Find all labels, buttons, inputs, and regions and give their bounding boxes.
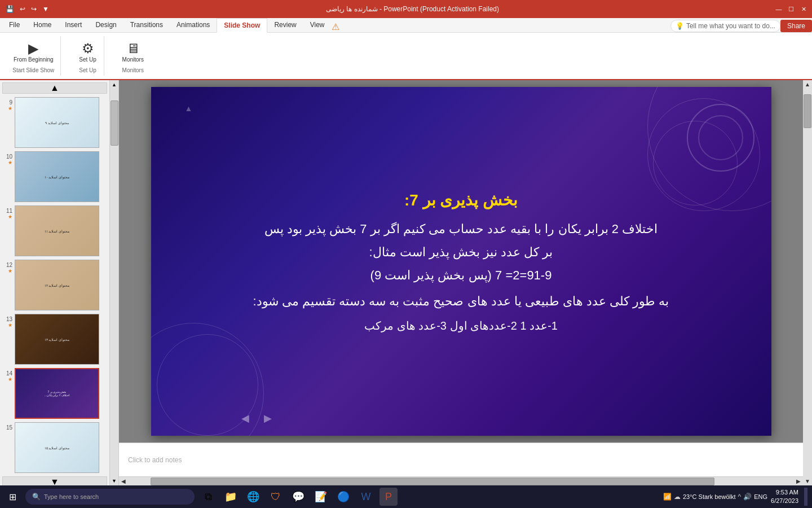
lang-indicator[interactable]: ENG xyxy=(754,493,767,500)
ribbon-section-start: ▶ From Beginning Start Slide Show xyxy=(7,36,61,76)
tab-file[interactable]: File xyxy=(2,17,27,32)
taskbar-powerpoint[interactable]: P xyxy=(379,488,398,506)
canvas-container: بخش پذیری بر 7: اختلاف 2 برابر یکان را ب… xyxy=(119,80,812,485)
start-button[interactable]: ⊞ xyxy=(5,489,21,505)
title-bar: 💾 ↩ ↪ ▼ شمارنده ها ریاضی - PowerPoint (P… xyxy=(0,0,812,18)
tab-slideshow[interactable]: Slide Show xyxy=(217,18,267,33)
taskbar-skype[interactable]: 💬 xyxy=(289,488,307,506)
panel-scroll-thumb[interactable] xyxy=(111,100,118,146)
play-icon: ▶ xyxy=(28,41,38,56)
undo-button[interactable]: ↩ xyxy=(19,5,27,13)
tab-animations[interactable]: Animations xyxy=(170,17,217,32)
thumb-img-14: بخش پذیری بر 7اختلاف ۲ برابر یکان... xyxy=(15,368,99,419)
redo-button[interactable]: ↪ xyxy=(30,5,38,13)
taskbar: ⊞ 🔍 ⧉ 📁 🌐 🛡 💬 📝 🔵 W P 📶 ☁ 23°C Stark bew… xyxy=(0,485,812,508)
taskbar-file-explorer[interactable]: 📁 xyxy=(222,488,240,506)
search-bar[interactable]: 🔍 xyxy=(25,489,195,505)
h-scroll-track[interactable] xyxy=(128,477,794,486)
panel-scroll-down[interactable]: ▼ xyxy=(2,476,107,485)
weather-icon[interactable]: ☁ xyxy=(674,493,681,501)
network-icon[interactable]: 📶 xyxy=(663,493,672,501)
panel-scroll-up-arrow[interactable]: ▲ xyxy=(110,80,118,89)
slide-thumb-10[interactable]: 10 ★ محتوای اسلاید ۱۰ xyxy=(2,150,107,203)
window-title: شمارنده ها ریاضی - PowerPoint (Product A… xyxy=(50,5,775,13)
arrow-deco-right: ▶ xyxy=(264,412,272,424)
ribbon: File Home Insert Design Transitions Anim… xyxy=(0,18,812,80)
save-button[interactable]: 💾 xyxy=(5,5,15,13)
star-icon-13: ★ xyxy=(8,322,12,328)
h-scroll-thumb[interactable] xyxy=(151,478,714,485)
taskbar-app-protect[interactable]: 🛡 xyxy=(267,488,285,506)
maximize-button[interactable]: ☐ xyxy=(787,5,795,13)
main-area: ▲ 9 ★ محتوای اسلاید ۹ 10 ★ محتوای اسلاید… xyxy=(0,80,812,485)
minimize-button[interactable]: — xyxy=(775,5,783,13)
tab-transitions[interactable]: Transitions xyxy=(123,17,170,32)
from-beginning-button[interactable]: ▶ From Beginning xyxy=(11,38,56,65)
h-scroll-right-arrow[interactable]: ▶ xyxy=(794,478,803,484)
slide-thumb-9[interactable]: 9 ★ محتوای اسلاید ۹ xyxy=(2,96,107,149)
taskbar-task-view[interactable]: ⧉ xyxy=(199,488,217,506)
h-scroll-left-arrow[interactable]: ◀ xyxy=(119,478,128,484)
taskbar-edge[interactable]: 🌐 xyxy=(244,488,262,506)
v-scroll-thumb[interactable] xyxy=(804,94,811,128)
v-scrollbar-right[interactable]: ▲ ▼ xyxy=(803,80,812,485)
slide-num-9: 9 xyxy=(3,99,12,106)
clock-date: 6/27/2023 xyxy=(771,497,798,505)
taskbar-word[interactable]: W xyxy=(357,488,375,506)
show-desktop-button[interactable] xyxy=(804,488,807,506)
slide-num-12: 12 xyxy=(3,262,12,268)
slide-text: بخش پذیری بر 7: اختلاف 2 برابر یکان را ب… xyxy=(166,187,756,335)
monitors-button[interactable]: 🖥 Monitors xyxy=(120,38,146,65)
gear-deco xyxy=(687,104,754,172)
customize-button[interactable]: ▼ xyxy=(41,5,50,13)
section-start-label: Start Slide Show xyxy=(12,67,54,73)
slide-line-6: 1-عدد 1 2-عددهای اول 3-عدد های مرکب xyxy=(166,317,756,336)
slide-thumb-14[interactable]: 14 ★ بخش پذیری بر 7اختلاف ۲ برابر یکان..… xyxy=(2,367,107,420)
tab-view[interactable]: View xyxy=(303,17,332,32)
share-button[interactable]: Share xyxy=(780,20,812,32)
from-beginning-label: From Beginning xyxy=(14,56,54,63)
star-icon-9: ★ xyxy=(8,106,12,111)
setup-button[interactable]: ⚙ Set Up xyxy=(77,38,99,65)
arrow-deco-top: ▲ xyxy=(185,104,193,113)
thumb-img-13: محتوای اسلاید ۱۳ xyxy=(15,314,99,365)
panel-scroll-up[interactable]: ▲ xyxy=(2,82,107,94)
ribbon-tabs: File Home Insert Design Transitions Anim… xyxy=(0,18,812,33)
slide-num-15: 15 xyxy=(3,424,12,431)
slide-thumb-11[interactable]: 11 ★ محتوای اسلاید ۱۱ xyxy=(2,204,107,257)
taskbar-green-app[interactable]: 📝 xyxy=(312,488,330,506)
slide-line-2: اختلاف 2 برابر یکان را با بقیه عدد حساب … xyxy=(166,218,756,239)
tab-home[interactable]: Home xyxy=(27,17,58,32)
slide-thumb-12[interactable]: 12 ★ محتوای اسلاید ۱۲ xyxy=(2,259,107,312)
tell-me-box[interactable]: 💡 Tell me what you want to do... xyxy=(670,20,780,32)
panel-vscrollbar[interactable]: ▲ ▼ xyxy=(110,80,119,485)
tab-review[interactable]: Review xyxy=(267,17,303,32)
ribbon-section-setup: ⚙ Set Up Set Up xyxy=(72,36,104,76)
tab-design[interactable]: Design xyxy=(89,17,123,32)
tab-insert[interactable]: Insert xyxy=(58,17,89,32)
v-scroll-track[interactable] xyxy=(803,89,812,477)
h-scrollbar[interactable]: ◀ ▶ xyxy=(119,476,803,485)
panel-scroll-track xyxy=(110,89,118,476)
v-scroll-down-arrow[interactable]: ▼ xyxy=(804,477,811,485)
slide-num-13: 13 xyxy=(3,316,12,322)
close-button[interactable]: ✕ xyxy=(800,5,807,13)
search-input[interactable] xyxy=(44,493,157,500)
thumb-img-11: محتوای اسلاید ۱۱ xyxy=(15,205,99,256)
panel-scroll-down-arrow[interactable]: ▼ xyxy=(110,476,118,485)
notes-area[interactable]: Click to add notes xyxy=(119,443,803,476)
system-tray: 📶 ☁ 23°C Stark bewölkt ^ 🔊 ENG xyxy=(663,493,767,501)
clock[interactable]: 9:53 AM 6/27/2023 xyxy=(771,488,798,506)
taskbar-round-app[interactable]: 🔵 xyxy=(334,488,352,506)
slide-canvas[interactable]: بخش پذیری بر 7: اختلاف 2 برابر یکان را ب… xyxy=(119,80,803,443)
slide-thumb-15[interactable]: 15 ★ محتوای اسلاید ۱۵ xyxy=(2,421,107,474)
slide-thumb-13[interactable]: 13 ★ محتوای اسلاید ۱۳ xyxy=(2,313,107,366)
v-scroll-up-arrow[interactable]: ▲ xyxy=(804,80,811,89)
slide-num-14: 14 xyxy=(3,370,12,376)
gear-inner xyxy=(698,115,743,160)
hidden-icons[interactable]: ^ xyxy=(738,493,742,501)
volume-icon[interactable]: 🔊 xyxy=(743,493,752,501)
search-icon: 🔍 xyxy=(32,493,41,501)
section-monitors-label: Monitors xyxy=(122,67,144,73)
lightbulb-icon: 💡 xyxy=(676,22,684,30)
